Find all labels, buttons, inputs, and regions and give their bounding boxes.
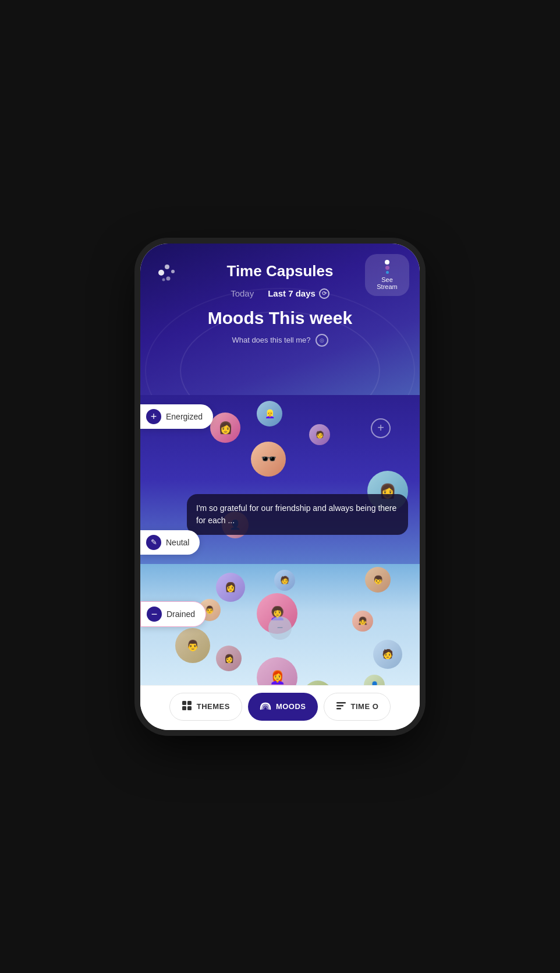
avatar-circle: 👩‍🦰 bbox=[257, 657, 297, 685]
nav-moods-button[interactable]: MOODS bbox=[248, 693, 318, 721]
avatar-circle: 👨 bbox=[175, 628, 210, 663]
see-stream-button[interactable]: See Stream bbox=[365, 254, 409, 296]
plus-circle-icon: + bbox=[146, 409, 161, 424]
avatar-circle: 🧑 bbox=[309, 424, 330, 445]
grid-icon bbox=[182, 700, 192, 713]
svg-point-2 bbox=[171, 270, 175, 273]
chat-bubble: I'm so grateful for our friendship and a… bbox=[187, 494, 408, 535]
avatar-circle: 🕶️ bbox=[251, 442, 286, 477]
stars-icon bbox=[154, 260, 180, 288]
minus-float-icon: − bbox=[268, 616, 292, 640]
mood-energized-label[interactable]: + Energized bbox=[140, 404, 213, 429]
neutral-text: Neutal bbox=[166, 538, 189, 547]
avatar-circle: 👱‍♀️ bbox=[257, 401, 282, 426]
svg-rect-8 bbox=[187, 706, 192, 710]
bottom-nav: THEMES MOODS bbox=[140, 685, 420, 730]
nav-timeo-button[interactable]: TIME O bbox=[324, 693, 391, 721]
svg-rect-9 bbox=[336, 702, 346, 704]
dot-white bbox=[385, 260, 389, 265]
add-float-button[interactable]: + bbox=[371, 418, 391, 438]
list-icon bbox=[336, 700, 346, 713]
screen: See Stream Time Capsules Today Last 7 da… bbox=[140, 244, 420, 730]
minus-circle-icon: − bbox=[147, 607, 162, 622]
svg-point-3 bbox=[166, 276, 171, 280]
bottom-section: 👩 🧑 👦 👨 👩‍🦱 👧 🧑 👩 bbox=[140, 564, 420, 685]
tab-last-7-days[interactable]: Last 7 days ⟳ bbox=[268, 288, 329, 299]
avatar-circle: 👧 bbox=[352, 611, 373, 632]
svg-point-0 bbox=[158, 270, 164, 276]
svg-point-1 bbox=[165, 265, 169, 269]
refresh-icon: ⟳ bbox=[319, 288, 329, 299]
phone-frame: See Stream Time Capsules Today Last 7 da… bbox=[140, 244, 420, 730]
avatar-circle: 👩 bbox=[216, 646, 242, 671]
dot-purple bbox=[385, 266, 389, 270]
mood-drained-label[interactable]: − Drained bbox=[140, 601, 206, 627]
dot-blue bbox=[386, 271, 389, 274]
svg-rect-7 bbox=[182, 706, 186, 710]
avatar-circle: 👦 bbox=[365, 567, 391, 593]
tab-today[interactable]: Today bbox=[231, 288, 254, 298]
nav-themes-button[interactable]: THEMES bbox=[169, 693, 242, 721]
avatar-circle: 👩 bbox=[210, 413, 240, 443]
moods-label: MOODS bbox=[276, 702, 306, 711]
rainbow-icon bbox=[260, 701, 271, 713]
edit-circle-icon: ✎ bbox=[146, 535, 161, 550]
timeo-label: TIME O bbox=[351, 702, 379, 711]
avatar-circle: 🧑 bbox=[274, 570, 295, 591]
info-icon[interactable]: ◎ bbox=[316, 334, 328, 347]
moods-subtitle: What does this tell me? ◎ bbox=[154, 334, 406, 347]
see-stream-label: See Stream bbox=[373, 276, 401, 290]
see-stream-dots bbox=[373, 260, 401, 274]
themes-label: THEMES bbox=[197, 702, 230, 711]
svg-rect-10 bbox=[336, 705, 343, 707]
svg-rect-5 bbox=[182, 701, 186, 705]
svg-rect-6 bbox=[187, 701, 192, 705]
moods-title: Moods This week bbox=[154, 308, 406, 328]
drained-text: Drained bbox=[166, 609, 195, 619]
energized-text: Energized bbox=[166, 412, 203, 421]
mood-neutral-label[interactable]: ✎ Neutal bbox=[140, 530, 200, 555]
avatar-circle: 🧑 bbox=[373, 640, 402, 669]
middle-section: + Energized + 👩 👱‍♀️ 🧑 🕶️ 👩 👤 bbox=[140, 395, 420, 564]
avatar-circle: 👩 bbox=[216, 573, 245, 602]
avatar-circle: 👤 bbox=[364, 675, 385, 685]
avatar-circle: 👩 bbox=[303, 681, 332, 685]
top-section: See Stream Time Capsules Today Last 7 da… bbox=[140, 244, 420, 395]
svg-point-4 bbox=[162, 278, 165, 281]
svg-rect-11 bbox=[336, 708, 341, 710]
